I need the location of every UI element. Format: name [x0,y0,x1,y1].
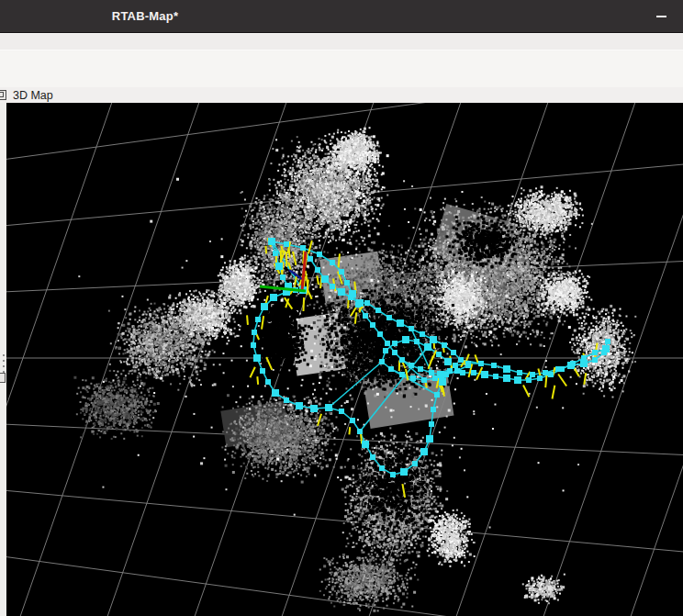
map-3d-viewport[interactable] [6,103,683,616]
window-title: RTAB-Map* [112,9,178,23]
dock-float-icon-clipped[interactable] [0,373,6,383]
minimize-icon [656,16,666,17]
menu-bar [0,34,683,50]
title-bar: RTAB-Map* [0,0,683,33]
splitter-grip-icon[interactable] [3,351,5,375]
toolbar-area [0,51,683,87]
dock-header-3d-map: 3D Map [0,87,683,103]
left-splitter[interactable] [0,103,6,616]
panel-title: 3D Map [13,89,53,102]
minimize-button[interactable] [648,4,674,29]
dock-float-icon[interactable] [0,90,6,100]
